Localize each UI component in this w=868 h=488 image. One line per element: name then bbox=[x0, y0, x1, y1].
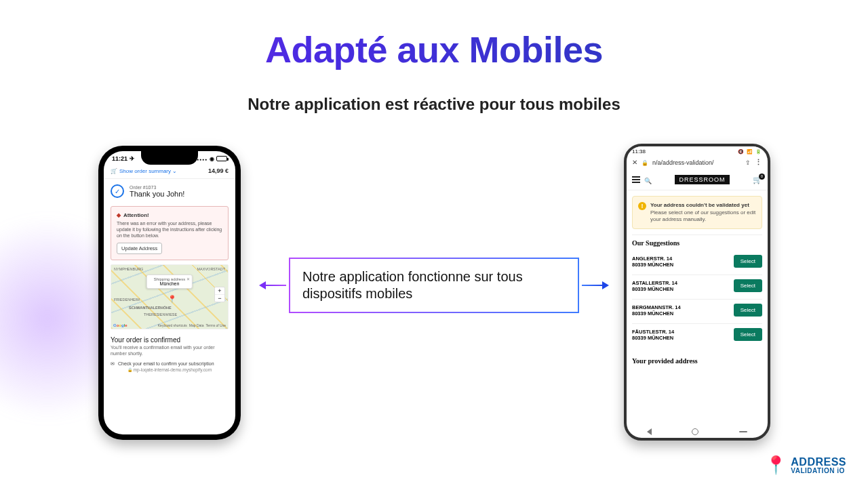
suggestion-line1: BERGMANNSTR. 14 bbox=[632, 304, 681, 310]
lock-icon bbox=[642, 159, 648, 166]
validation-warning: Your address couldn't be validated yet P… bbox=[632, 196, 762, 229]
summary-price: 14,99 € bbox=[208, 167, 229, 174]
select-button[interactable]: Select bbox=[734, 328, 762, 341]
iphone-frame: 11:21 ✈ Show order summary ⌄ 14,99 € Ord… bbox=[98, 146, 241, 440]
cart-icon[interactable]: 0 bbox=[753, 176, 762, 184]
check-circle-icon bbox=[111, 184, 124, 198]
callout-box: Notre application fonctionne sur tous di… bbox=[289, 258, 579, 313]
suggestions-heading: Our Suggestions bbox=[632, 239, 762, 247]
suggestion-line2: 80339 MÜNCHEN bbox=[632, 310, 673, 317]
callout-container: Notre application fonctionne sur tous di… bbox=[264, 258, 604, 313]
map-terms[interactable]: Terms of Use bbox=[206, 323, 226, 327]
map-area-label: MAXVORSTADT bbox=[197, 267, 225, 271]
map[interactable]: NYMPHENBURG MAXVORSTADT FRIEDENHEIM SCHW… bbox=[111, 264, 229, 329]
android-frame: 11:38 🔇 📶 🔋 n/a/address-validation/ DRES… bbox=[624, 144, 770, 441]
close-icon[interactable] bbox=[632, 159, 637, 166]
ios-status-icons bbox=[197, 155, 227, 162]
attention-alert: Attention! There was an error with your … bbox=[111, 206, 229, 260]
suggestion-line1: ANGLERSTR. 14 bbox=[632, 256, 672, 262]
google-logo: Google bbox=[113, 323, 127, 327]
alert-body: There was an error with your address, pl… bbox=[117, 220, 222, 239]
select-button[interactable]: Select bbox=[734, 255, 762, 268]
cart-badge: 0 bbox=[759, 174, 765, 180]
close-icon[interactable] bbox=[186, 277, 190, 281]
suggestion-line1: ASTALLERSTR. 14 bbox=[632, 280, 677, 286]
suggestion-line2: 80339 MÜNCHEN bbox=[632, 335, 673, 341]
confirmed-block: Your order is confirmed You'll receive a… bbox=[104, 332, 235, 359]
brand-line2: VALIDATION iO bbox=[791, 468, 846, 474]
suggestion-row: FÄUSTLESTR. 1480339 MÜNCHEN Select bbox=[632, 324, 762, 348]
warning-title: Your address couldn't be validated yet bbox=[650, 202, 756, 208]
android-nav-bar bbox=[627, 424, 768, 438]
update-address-button[interactable]: Update Address bbox=[117, 243, 162, 254]
battery-icon bbox=[216, 156, 227, 161]
browser-url[interactable]: n/a/address-validation/ bbox=[652, 159, 741, 166]
page-subhead: Notre application est réactive pour tous… bbox=[0, 95, 868, 114]
subscription-text: Check your email to confirm your subscri… bbox=[118, 361, 214, 366]
recents-icon[interactable] bbox=[739, 431, 747, 432]
shipping-city: München bbox=[154, 281, 185, 286]
order-label: Order #1073 bbox=[130, 185, 184, 190]
map-pin-icon bbox=[167, 295, 177, 304]
warning-body: Please select one of our suggestions or … bbox=[650, 209, 756, 223]
thank-you-row: Order #1073 Thank you John! bbox=[104, 179, 235, 203]
android-time: 11:38 bbox=[632, 148, 646, 155]
suggestion-row: BERGMANNSTR. 1480339 MÜNCHEN Select bbox=[632, 300, 762, 324]
suggestion-row: ANGLERSTR. 1480339 MÜNCHEN Select bbox=[632, 251, 762, 275]
subscription-row: Check your email to confirm your subscri… bbox=[104, 359, 235, 367]
cart-icon: Show order summary ⌄ bbox=[111, 168, 177, 174]
arrow-left-icon bbox=[264, 285, 286, 286]
alert-title: Attention! bbox=[117, 212, 222, 218]
select-button[interactable]: Select bbox=[734, 279, 762, 292]
order-summary-bar[interactable]: Show order summary ⌄ 14,99 € bbox=[104, 163, 235, 179]
suggestion-line2: 80339 MÜNCHEN bbox=[632, 262, 673, 268]
iphone-notch bbox=[141, 151, 198, 165]
brand-footer-logo: ADDRESS VALIDATION iO bbox=[765, 455, 846, 476]
arrow-right-icon bbox=[582, 285, 604, 286]
footer-url: mp-loqate-internal-demo.myshopify.com bbox=[104, 367, 235, 375]
iphone-screen: 11:21 ✈ Show order summary ⌄ 14,99 € Ord… bbox=[104, 151, 235, 434]
brand-logo[interactable]: DRESSROOM bbox=[675, 175, 729, 184]
summary-link[interactable]: Show order summary ⌄ bbox=[119, 168, 177, 174]
pin-icon bbox=[765, 455, 787, 476]
thank-you-text: Thank you John! bbox=[130, 190, 184, 198]
warning-icon bbox=[638, 202, 646, 210]
suggestion-line1: FÄUSTLESTR. 14 bbox=[632, 329, 674, 335]
android-screen: 11:38 🔇 📶 🔋 n/a/address-validation/ DRES… bbox=[627, 146, 768, 438]
provided-section: Your provided address bbox=[632, 353, 762, 365]
suggestion-line2: 80339 MÜNCHEN bbox=[632, 286, 673, 292]
menu-icon[interactable] bbox=[632, 176, 640, 183]
map-area-label: FRIEDENHEIM bbox=[114, 298, 140, 302]
back-icon[interactable] bbox=[647, 428, 652, 435]
ios-time: 11:21 ✈ bbox=[112, 155, 135, 162]
wifi-icon bbox=[210, 155, 214, 162]
brand-line1: ADDRESS bbox=[791, 457, 846, 468]
suggestion-row: ASTALLERSTR. 1480339 MÜNCHEN Select bbox=[632, 275, 762, 300]
confirmed-title: Your order is confirmed bbox=[111, 336, 229, 344]
map-area-label: SCHWANTHALERHÖHE bbox=[129, 306, 172, 310]
provided-heading: Your provided address bbox=[632, 357, 762, 365]
android-status-bar: 11:38 🔇 📶 🔋 bbox=[627, 146, 768, 155]
search-icon[interactable] bbox=[644, 174, 652, 186]
share-icon[interactable] bbox=[745, 159, 751, 166]
map-area-label: NYMPHENBURG bbox=[114, 267, 143, 271]
map-zoom-control[interactable]: +− bbox=[214, 287, 225, 302]
map-data[interactable]: Map Data bbox=[189, 323, 204, 327]
more-icon[interactable] bbox=[755, 158, 762, 167]
confirmed-body: You'll receive a confirmation email with… bbox=[111, 345, 229, 357]
android-status-icons: 🔇 📶 🔋 bbox=[738, 149, 762, 155]
shipping-address-card: Shipping address München bbox=[146, 274, 193, 289]
signal-icon bbox=[197, 155, 208, 162]
shop-header: DRESSROOM 0 bbox=[627, 171, 768, 190]
map-area-label: THERESIENWIESE bbox=[144, 312, 177, 317]
map-kbd[interactable]: Keyboard shortcuts bbox=[158, 323, 187, 327]
page-headline: Adapté aux Mobiles bbox=[0, 28, 868, 70]
suggestions-section: Our Suggestions ANGLERSTR. 1480339 MÜNCH… bbox=[632, 235, 762, 348]
select-button[interactable]: Select bbox=[734, 304, 762, 317]
home-icon[interactable] bbox=[692, 428, 698, 435]
map-footer-links: Keyboard shortcuts Map Data Terms of Use bbox=[158, 323, 226, 327]
browser-bar: n/a/address-validation/ bbox=[627, 155, 768, 171]
